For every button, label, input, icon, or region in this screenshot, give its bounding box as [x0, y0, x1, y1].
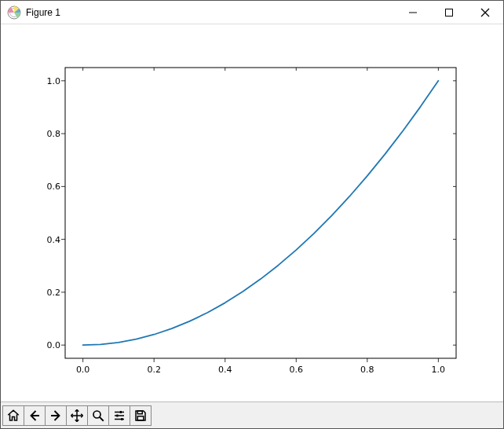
matplotlib-app-icon [7, 6, 21, 20]
y-tick-label: 0.8 [43, 129, 60, 139]
y-tick-label: 0.0 [43, 340, 60, 350]
svg-rect-40 [137, 416, 144, 420]
chart-plot [1, 24, 503, 402]
x-tick-label: 0.0 [76, 365, 90, 375]
save-button[interactable] [130, 405, 152, 426]
pan-button[interactable] [66, 405, 88, 426]
y-tick-label: 0.2 [43, 287, 60, 297]
maximize-button[interactable] [431, 1, 467, 24]
chart-area[interactable]: 0.00.20.40.60.81.00.00.20.40.60.81.0 [1, 24, 503, 402]
x-tick-label: 0.4 [218, 365, 232, 375]
svg-rect-38 [121, 418, 122, 420]
svg-line-32 [100, 416, 104, 420]
titlebar[interactable]: Figure 1 [1, 1, 503, 24]
y-tick-label: 0.4 [43, 234, 60, 244]
x-tick-label: 0.2 [147, 365, 161, 375]
x-tick-label: 0.8 [360, 365, 374, 375]
svg-point-31 [93, 411, 100, 418]
home-button[interactable] [2, 405, 24, 426]
x-tick-label: 1.0 [432, 365, 446, 375]
figure-window: Figure 1 0.00.20.40.60.81.00.00.20.40.60… [0, 0, 504, 429]
navigation-toolbar [1, 402, 503, 428]
svg-rect-36 [120, 411, 122, 413]
forward-button[interactable] [45, 405, 67, 426]
svg-rect-6 [65, 68, 456, 358]
window-title: Figure 1 [26, 7, 60, 18]
svg-rect-39 [137, 411, 142, 414]
y-tick-label: 0.6 [43, 182, 60, 192]
zoom-button[interactable] [87, 405, 109, 426]
close-button[interactable] [467, 1, 503, 24]
x-tick-label: 0.6 [290, 365, 304, 375]
configure-subplots-button[interactable] [108, 405, 130, 426]
back-button[interactable] [24, 405, 46, 426]
y-tick-label: 1.0 [43, 75, 60, 86]
svg-rect-3 [446, 9, 453, 16]
svg-rect-37 [116, 414, 118, 416]
minimize-button[interactable] [395, 1, 431, 24]
